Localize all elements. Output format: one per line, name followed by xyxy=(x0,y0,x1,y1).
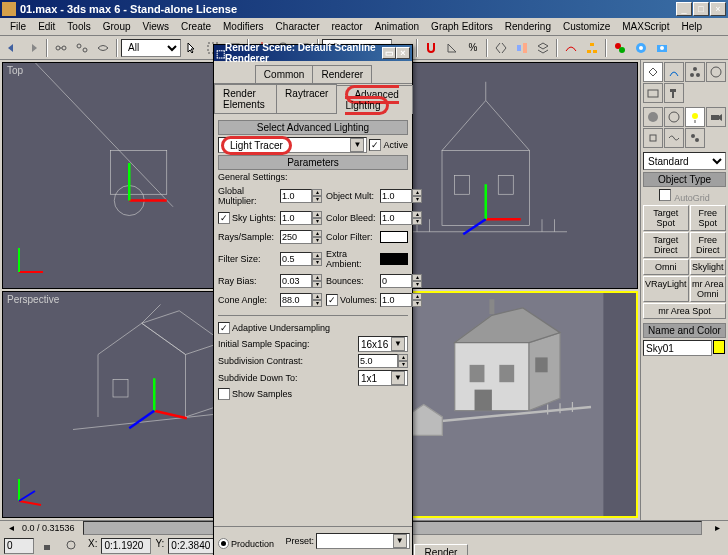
menu-tools[interactable]: Tools xyxy=(61,21,96,32)
spinner-up[interactable]: ▴ xyxy=(412,274,422,281)
align-button[interactable] xyxy=(512,38,532,58)
spinner-down[interactable]: ▾ xyxy=(312,259,322,266)
mr-area-spot-button[interactable]: mr Area Spot xyxy=(643,303,726,319)
menu-grapheditors[interactable]: Graph Editors xyxy=(425,21,499,32)
spinner-up[interactable]: ▴ xyxy=(312,230,322,237)
sky-lights-input[interactable] xyxy=(280,211,312,225)
lock-selection-button[interactable] xyxy=(38,536,58,556)
y-coord-input[interactable] xyxy=(168,538,218,554)
percent-snap-button[interactable]: % xyxy=(463,38,483,58)
subdiv-contrast-input[interactable] xyxy=(358,354,398,368)
track-prev-button[interactable]: ◂ xyxy=(4,521,18,535)
spinner-down[interactable]: ▾ xyxy=(312,281,322,288)
volumes-input[interactable] xyxy=(380,293,412,307)
vraylight-button[interactable]: VRayLight xyxy=(643,276,689,302)
object-mult-input[interactable] xyxy=(380,189,412,203)
undo-button[interactable] xyxy=(2,38,22,58)
active-checkbox[interactable]: ✓ xyxy=(369,139,381,151)
spacewarps-subtab[interactable] xyxy=(664,128,684,148)
hierarchy-tab[interactable] xyxy=(685,62,705,82)
spinner-up[interactable]: ▴ xyxy=(412,189,422,196)
schematic-view-button[interactable] xyxy=(582,38,602,58)
rays-sample-input[interactable] xyxy=(280,230,312,244)
display-tab[interactable] xyxy=(643,83,663,103)
ray-bias-input[interactable] xyxy=(280,274,312,288)
preset-dropdown[interactable]: ▼ xyxy=(316,533,410,549)
spinner-down[interactable]: ▾ xyxy=(412,300,422,307)
mirror-button[interactable] xyxy=(491,38,511,58)
bind-spacewarp-button[interactable] xyxy=(93,38,113,58)
cone-angle-input[interactable] xyxy=(280,293,312,307)
layers-button[interactable] xyxy=(533,38,553,58)
spinner-down[interactable]: ▾ xyxy=(312,218,322,225)
maximize-button[interactable]: □ xyxy=(693,2,709,16)
menu-group[interactable]: Group xyxy=(97,21,137,32)
material-editor-button[interactable] xyxy=(610,38,630,58)
track-next-button[interactable]: ▸ xyxy=(710,521,724,535)
lighting-type-dropdown[interactable]: Light Tracer ▼ xyxy=(218,137,367,153)
selection-filter-combo[interactable]: All xyxy=(121,39,181,57)
motion-tab[interactable] xyxy=(706,62,726,82)
autogrid-checkbox[interactable] xyxy=(659,189,671,201)
systems-subtab[interactable] xyxy=(685,128,705,148)
render-scene-button[interactable] xyxy=(631,38,651,58)
tab-renderer[interactable]: Renderer xyxy=(312,65,372,83)
skylight-button[interactable]: Skylight xyxy=(690,259,726,275)
object-color-swatch[interactable] xyxy=(713,340,725,354)
spinner-down[interactable]: ▾ xyxy=(412,218,422,225)
production-radio[interactable] xyxy=(218,538,229,549)
color-filter-swatch[interactable] xyxy=(380,231,408,243)
tab-common[interactable]: Common xyxy=(255,65,314,83)
target-spot-button[interactable]: Target Spot xyxy=(643,205,689,231)
spinner-up[interactable]: ▴ xyxy=(312,274,322,281)
spinner-up[interactable]: ▴ xyxy=(312,189,322,196)
subdiv-down-dropdown[interactable]: 1x1▼ xyxy=(358,370,408,386)
utilities-tab[interactable] xyxy=(664,83,684,103)
menu-modifiers[interactable]: Modifiers xyxy=(217,21,270,32)
angle-snap-button[interactable] xyxy=(442,38,462,58)
minimize-button[interactable]: _ xyxy=(676,2,692,16)
menu-create[interactable]: Create xyxy=(175,21,217,32)
link-button[interactable] xyxy=(51,38,71,58)
menu-animation[interactable]: Animation xyxy=(369,21,425,32)
spinner-down[interactable]: ▾ xyxy=(398,361,408,368)
selection-center-button[interactable] xyxy=(62,536,82,556)
dialog-title-bar[interactable]: ⬚ Render Scene: Default Scanline Rendere… xyxy=(214,45,412,61)
spinner-down[interactable]: ▾ xyxy=(312,196,322,203)
spinner-down[interactable]: ▾ xyxy=(312,300,322,307)
menu-maxscript[interactable]: MAXScript xyxy=(616,21,675,32)
target-direct-button[interactable]: Target Direct xyxy=(643,232,689,258)
parameters-header[interactable]: Parameters xyxy=(218,155,408,170)
quick-render-button[interactable] xyxy=(652,38,672,58)
spinner-up[interactable]: ▴ xyxy=(312,252,322,259)
menu-rendering[interactable]: Rendering xyxy=(499,21,557,32)
spinner-up[interactable]: ▴ xyxy=(312,211,322,218)
spinner-down[interactable]: ▾ xyxy=(412,281,422,288)
global-mult-input[interactable] xyxy=(280,189,312,203)
menu-help[interactable]: Help xyxy=(675,21,708,32)
volumes-checkbox[interactable]: ✓ xyxy=(326,294,338,306)
menu-file[interactable]: File xyxy=(4,21,32,32)
cameras-subtab[interactable] xyxy=(706,107,726,127)
menu-reactor[interactable]: reactor xyxy=(326,21,369,32)
object-name-input[interactable] xyxy=(643,340,712,356)
tab-render-elements[interactable]: Render Elements xyxy=(214,84,277,113)
select-button[interactable] xyxy=(182,38,202,58)
tab-raytracer[interactable]: Raytracer xyxy=(276,84,337,113)
spinner-up[interactable]: ▴ xyxy=(398,354,408,361)
name-color-header[interactable]: Name and Color xyxy=(643,323,726,338)
bounces-input[interactable] xyxy=(380,274,412,288)
initial-spacing-dropdown[interactable]: 16x16▼ xyxy=(358,336,408,352)
render-button[interactable]: Render xyxy=(414,544,469,556)
adaptive-checkbox[interactable]: ✓ xyxy=(218,322,230,334)
unlink-button[interactable] xyxy=(72,38,92,58)
mr-area-omni-button[interactable]: mr Area Omni xyxy=(690,276,726,302)
free-spot-button[interactable]: Free Spot xyxy=(690,205,726,231)
menu-character[interactable]: Character xyxy=(270,21,326,32)
filter-size-input[interactable] xyxy=(280,252,312,266)
spinner-up[interactable]: ▴ xyxy=(412,293,422,300)
select-lighting-header[interactable]: Select Advanced Lighting xyxy=(218,120,408,135)
sky-lights-checkbox[interactable]: ✓ xyxy=(218,212,230,224)
free-direct-button[interactable]: Free Direct xyxy=(690,232,726,258)
dialog-dock-button[interactable]: ▭ xyxy=(382,47,396,59)
